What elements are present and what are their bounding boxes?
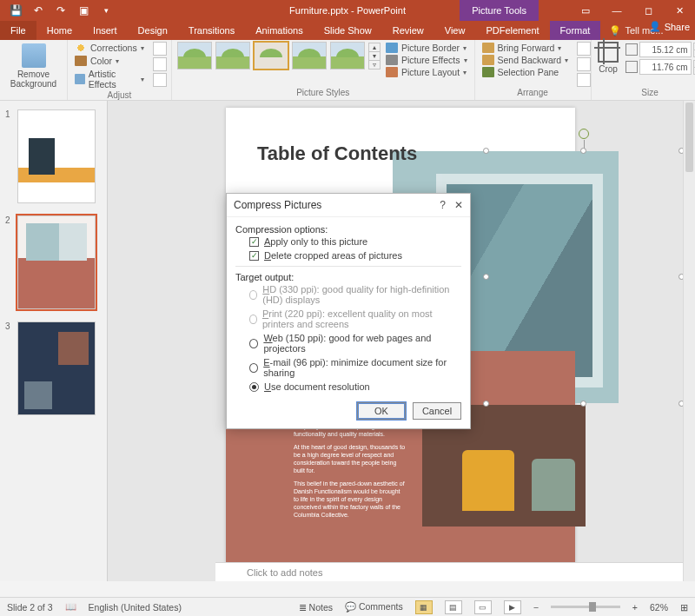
bring-forward-button[interactable]: Bring Forward▾	[480, 42, 571, 54]
fit-to-window-button[interactable]: ⊞	[680, 602, 688, 613]
tab-file[interactable]: File	[0, 21, 36, 40]
color-button[interactable]: Color▾	[73, 55, 146, 67]
slide-body-text[interactable]: Simplicity, craftsmanship, elegant funct…	[294, 422, 407, 524]
target-web-radio[interactable]: Web (150 ppi): good for web pages and pr…	[235, 331, 461, 355]
green-chair-shape	[532, 459, 575, 511]
zoom-out-button[interactable]: −	[533, 602, 539, 613]
undo-icon[interactable]: ↶	[28, 2, 49, 19]
tab-insert[interactable]: Insert	[83, 21, 128, 40]
artistic-effects-button[interactable]: Artistic Effects▾	[73, 68, 146, 90]
resize-handle[interactable]	[483, 401, 489, 407]
style-thumb-5[interactable]	[330, 42, 365, 70]
tab-transitions[interactable]: Transitions	[178, 21, 245, 40]
slide-thumbnail-2[interactable]	[17, 215, 96, 309]
notes-pane[interactable]: Click to add notes	[215, 562, 683, 581]
delete-cropped-checkbox[interactable]: ✓ Delete cropped areas of pictures	[235, 248, 461, 262]
remove-background-button[interactable]: Remove Background	[5, 42, 62, 89]
group-objects-button[interactable]	[577, 57, 591, 71]
vertical-scrollbar[interactable]	[683, 101, 695, 581]
tab-animations[interactable]: Animations	[245, 21, 313, 40]
window-title: Furniture.pptx - PowerPoint	[289, 5, 406, 16]
height-icon	[626, 43, 638, 56]
picture-layout-label: Picture Layout	[401, 67, 460, 77]
send-backward-button[interactable]: Send Backward▾	[480, 54, 571, 66]
resize-handle[interactable]	[483, 148, 489, 154]
picture-border-button[interactable]: Picture Border▾	[384, 42, 469, 54]
qat-customize-icon[interactable]: ▾	[96, 2, 116, 19]
chevron-down-icon: ▾	[463, 44, 467, 52]
reading-view-button[interactable]: ▭	[474, 600, 492, 614]
picture-styles-gallery[interactable]: ▴▾▿	[177, 42, 381, 70]
comments-toggle[interactable]: 💬 Comments	[345, 601, 403, 613]
tab-pdfelement[interactable]: PDFelement	[475, 21, 549, 40]
picture-layout-icon	[386, 67, 398, 77]
save-icon[interactable]: 💾	[5, 2, 26, 19]
gallery-more-button[interactable]: ▴▾▿	[368, 43, 381, 70]
ribbon-options-icon[interactable]: ▭	[570, 0, 601, 21]
height-input[interactable]: 15.12 cm	[639, 42, 692, 57]
crop-icon	[598, 42, 619, 63]
target-email-radio[interactable]: E-mail (96 ppi): minimize document size …	[235, 355, 461, 380]
zoom-level[interactable]: 62%	[650, 602, 668, 613]
slide-title[interactable]: Table of Contents	[257, 142, 417, 165]
align-button[interactable]	[577, 42, 591, 56]
dialog-close-icon[interactable]: ✕	[454, 199, 463, 211]
zoom-in-button[interactable]: +	[632, 602, 638, 613]
start-from-beginning-icon[interactable]: ▣	[73, 2, 94, 19]
apply-only-checkbox[interactable]: ✓ Apply only to this picture	[235, 235, 461, 248]
resize-handle[interactable]	[483, 274, 489, 280]
ok-button[interactable]: OK	[357, 402, 406, 420]
dialog-titlebar[interactable]: Compress Pictures ? ✕	[227, 194, 470, 217]
slide-thumbnail-3[interactable]	[17, 321, 96, 415]
slide-indicator[interactable]: Slide 2 of 3	[7, 602, 53, 613]
corrections-button[interactable]: Corrections▾	[73, 42, 146, 54]
slide-sorter-view-button[interactable]: ▤	[445, 600, 462, 614]
style-thumb-4[interactable]	[292, 42, 327, 70]
normal-view-button[interactable]: ▦	[415, 600, 433, 614]
reset-picture-button[interactable]	[153, 73, 167, 87]
target-document-resolution-radio[interactable]: Use document resolution	[235, 380, 461, 394]
tab-home[interactable]: Home	[36, 21, 83, 40]
cancel-button[interactable]: Cancel	[413, 402, 461, 420]
tab-design[interactable]: Design	[128, 21, 178, 40]
tab-review[interactable]: Review	[382, 21, 434, 40]
tab-slideshow[interactable]: Slide Show	[314, 21, 382, 40]
spellcheck-icon[interactable]: 📖	[65, 601, 76, 613]
slide-thumbnail-1[interactable]	[17, 109, 96, 203]
crop-button[interactable]: Crop	[597, 42, 620, 74]
target-email-label: E-mail (96 ppi): minimize document size …	[263, 357, 461, 378]
close-icon[interactable]: ✕	[664, 0, 695, 21]
minimize-icon[interactable]: —	[601, 0, 632, 21]
resize-handle[interactable]	[580, 148, 586, 154]
rotate-handle[interactable]	[579, 129, 589, 139]
slideshow-view-button[interactable]: ▶	[504, 600, 521, 614]
tab-view[interactable]: View	[434, 21, 476, 40]
slide-thumbnail-panel: 1 2 3	[0, 101, 108, 581]
scrollbar-thumb[interactable]	[685, 103, 693, 172]
send-backward-label: Send Backward	[498, 55, 562, 65]
language-indicator[interactable]: English (United States)	[89, 602, 182, 613]
selection-pane-button[interactable]: Selection Pane	[480, 66, 571, 78]
dialog-help-icon[interactable]: ?	[440, 199, 446, 211]
compress-pictures-button[interactable]	[153, 42, 167, 56]
width-input[interactable]: 11.76 cm	[639, 59, 692, 75]
style-thumb-3[interactable]	[254, 42, 288, 70]
style-thumb-2[interactable]	[215, 42, 250, 70]
change-picture-button[interactable]	[153, 57, 167, 71]
dialog-title: Compress Pictures	[234, 199, 321, 211]
zoom-slider-thumb[interactable]	[589, 602, 596, 612]
notes-toggle[interactable]: ≣ Notes	[299, 602, 333, 613]
resize-handle[interactable]	[580, 401, 586, 407]
target-print-radio: Print (220 ppi): excellent quality on mo…	[235, 307, 461, 331]
corrections-label: Corrections	[90, 43, 137, 53]
redo-icon[interactable]: ↷	[50, 2, 71, 19]
maximize-icon[interactable]: ◻	[632, 0, 664, 21]
tab-format[interactable]: Format	[550, 21, 601, 40]
zoom-slider[interactable]	[551, 606, 620, 608]
picture-layout-button[interactable]: Picture Layout▾	[384, 66, 469, 78]
share-button[interactable]: 👤 Share	[649, 21, 690, 32]
style-thumb-1[interactable]	[177, 42, 212, 70]
picture-effects-button[interactable]: Picture Effects▾	[384, 54, 469, 66]
notes-placeholder: Click to add notes	[247, 567, 322, 578]
rotate-button[interactable]	[577, 73, 591, 87]
